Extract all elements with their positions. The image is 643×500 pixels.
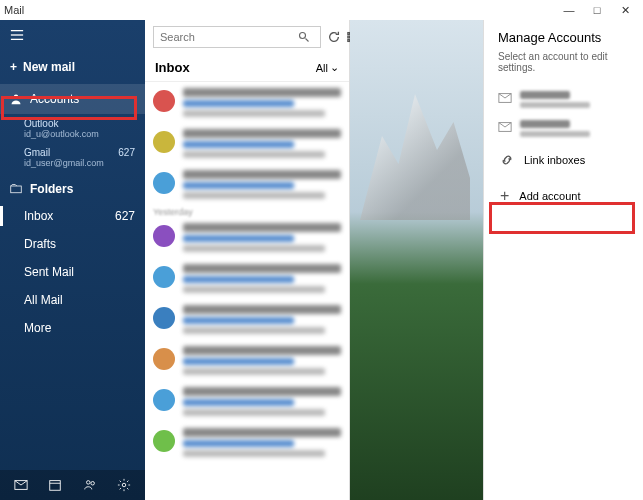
add-account-label: Add account xyxy=(519,190,580,202)
link-icon xyxy=(500,153,514,167)
plus-icon: + xyxy=(10,60,17,74)
accounts-label: Accounts xyxy=(30,92,79,106)
panel-title: Manage Accounts xyxy=(498,30,629,45)
title-bar: Mail — □ ✕ xyxy=(0,0,643,20)
mail-icon xyxy=(498,91,512,108)
svg-rect-6 xyxy=(50,481,61,491)
mail-icon[interactable] xyxy=(14,478,28,492)
folder-item[interactable]: More xyxy=(0,314,145,342)
panel-account-item[interactable] xyxy=(498,85,629,114)
folder-icon xyxy=(10,183,22,195)
bottom-bar xyxy=(0,470,145,500)
message-item[interactable] xyxy=(145,299,349,340)
message-item[interactable] xyxy=(145,422,349,463)
panel-account-item[interactable] xyxy=(498,114,629,143)
link-inboxes-button[interactable]: Link inboxes xyxy=(498,143,629,177)
message-list-pane: Inbox All⌄ Yesterday xyxy=(145,20,350,500)
list-header: Inbox xyxy=(155,60,190,75)
message-item[interactable] xyxy=(145,258,349,299)
accounts-section[interactable]: Accounts xyxy=(0,84,145,114)
settings-icon[interactable] xyxy=(117,478,131,492)
minimize-button[interactable]: — xyxy=(555,0,583,20)
filter-dropdown[interactable]: All⌄ xyxy=(316,61,339,74)
folder-item[interactable]: Sent Mail xyxy=(0,258,145,286)
close-button[interactable]: ✕ xyxy=(611,0,639,20)
svg-point-9 xyxy=(91,482,95,486)
message-item[interactable] xyxy=(145,164,349,205)
folders-section[interactable]: Folders xyxy=(0,172,145,202)
person-icon xyxy=(10,93,22,105)
manage-accounts-panel: Manage Accounts Select an account to edi… xyxy=(483,20,643,500)
plus-icon: + xyxy=(500,187,509,205)
message-item[interactable] xyxy=(145,340,349,381)
svg-point-3 xyxy=(14,95,19,100)
add-account-button[interactable]: + Add account xyxy=(498,177,629,215)
message-item[interactable] xyxy=(145,217,349,258)
chevron-down-icon: ⌄ xyxy=(330,61,339,74)
calendar-icon[interactable] xyxy=(48,478,62,492)
link-inboxes-label: Link inboxes xyxy=(524,154,585,166)
panel-hint: Select an account to edit settings. xyxy=(498,51,629,73)
maximize-button[interactable]: □ xyxy=(583,0,611,20)
svg-point-10 xyxy=(122,483,126,487)
svg-point-11 xyxy=(300,33,306,39)
app-title: Mail xyxy=(4,4,24,16)
hamburger-button[interactable] xyxy=(0,20,145,50)
search-box[interactable] xyxy=(153,26,321,48)
message-item[interactable] xyxy=(145,381,349,422)
search-icon[interactable] xyxy=(298,31,314,43)
people-icon[interactable] xyxy=(83,478,97,492)
svg-rect-4 xyxy=(11,186,22,193)
folder-item[interactable]: All Mail xyxy=(0,286,145,314)
sidebar: + New mail Accounts Outlook id_u@outlook… xyxy=(0,20,145,500)
folder-item[interactable]: Inbox627 xyxy=(0,202,145,230)
folder-item[interactable]: Drafts xyxy=(0,230,145,258)
svg-line-12 xyxy=(306,39,309,42)
refresh-icon[interactable] xyxy=(327,30,341,44)
svg-point-8 xyxy=(86,481,90,485)
account-item[interactable]: Gmailid_user@gmail.com 627 xyxy=(0,143,145,172)
account-item[interactable]: Outlook id_u@outlook.com xyxy=(0,114,145,143)
folders-label: Folders xyxy=(30,182,73,196)
search-input[interactable] xyxy=(160,31,298,43)
message-item[interactable] xyxy=(145,82,349,123)
new-mail-label: New mail xyxy=(23,60,75,74)
new-mail-button[interactable]: + New mail xyxy=(0,50,145,84)
message-item[interactable] xyxy=(145,123,349,164)
mail-icon xyxy=(498,120,512,137)
